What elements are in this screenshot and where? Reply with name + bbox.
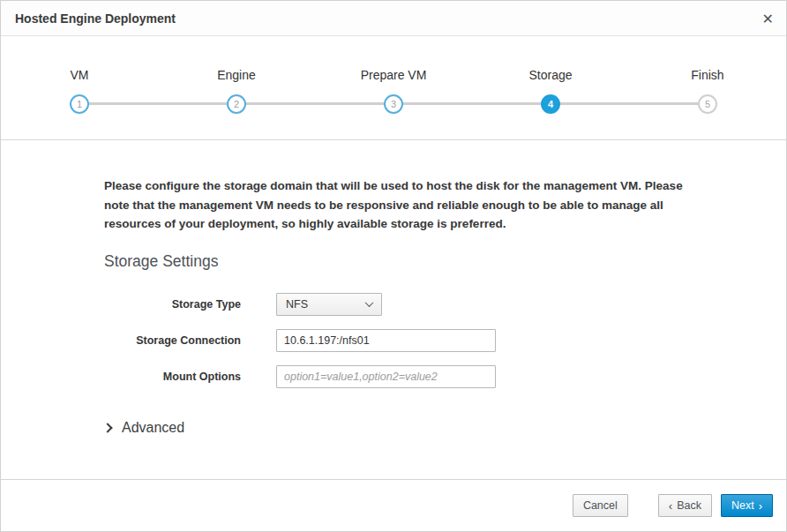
next-chevron-icon: › (759, 500, 762, 512)
storage-connection-label: Storage Connection (104, 334, 241, 347)
dialog-footer: Cancel ‹ Back Next › (1, 479, 786, 531)
step-number-badge: 1 (70, 94, 89, 114)
storage-description: Please configure the storage domain that… (104, 176, 701, 234)
wizard-steps-band: VM 1 Engine 2 Prepare VM 3 Storage 4 Fin… (1, 36, 786, 140)
wizard-step-prepare-vm[interactable]: Prepare VM 3 (315, 68, 472, 139)
hosted-engine-deployment-dialog: Hosted Engine Deployment ✕ VM 1 Engine 2… (0, 0, 787, 532)
mount-options-input[interactable] (276, 365, 496, 388)
step-label: Finish (629, 68, 786, 82)
dialog-header: Hosted Engine Deployment ✕ (1, 1, 786, 36)
next-button-label: Next (731, 499, 754, 512)
back-button[interactable]: ‹ Back (658, 494, 712, 517)
storage-type-selected-value: NFS (286, 298, 308, 311)
wizard-step-storage[interactable]: Storage 4 (472, 68, 629, 139)
wizard-steps: VM 1 Engine 2 Prepare VM 3 Storage 4 Fin… (1, 36, 786, 139)
chevron-right-icon (102, 423, 112, 432)
storage-connection-input[interactable] (276, 329, 496, 352)
step-label: Storage (472, 68, 629, 82)
storage-type-row: Storage Type NFS (104, 293, 786, 316)
storage-type-select[interactable]: NFS (276, 293, 382, 316)
advanced-label: Advanced (122, 420, 184, 436)
next-button[interactable]: Next › (721, 494, 773, 517)
step-label: VM (1, 68, 158, 82)
step-label: Engine (158, 68, 315, 82)
step-label: Prepare VM (315, 68, 472, 82)
mount-options-row: Mount Options (104, 365, 786, 388)
step-number-badge: 3 (384, 94, 403, 114)
cancel-button[interactable]: Cancel (573, 494, 628, 517)
storage-settings-form: Storage Type NFS Storage Connection Moun… (104, 293, 786, 388)
back-chevron-icon: ‹ (669, 500, 672, 512)
step-number-badge: 5 (698, 94, 717, 114)
storage-step-content: Please configure the storage domain that… (1, 176, 786, 436)
wizard-step-vm[interactable]: VM 1 (1, 68, 158, 139)
mount-options-label: Mount Options (104, 371, 241, 383)
step-number-badge: 4 (541, 94, 560, 114)
back-button-label: Back (677, 499, 701, 512)
wizard-step-finish[interactable]: Finish 5 (629, 68, 786, 139)
chevron-down-icon (365, 298, 374, 307)
storage-connection-row: Storage Connection (104, 329, 786, 352)
storage-type-label: Storage Type (104, 298, 241, 311)
wizard-step-engine[interactable]: Engine 2 (158, 68, 315, 139)
close-icon[interactable]: ✕ (762, 1, 774, 36)
advanced-expander[interactable]: Advanced (104, 420, 786, 436)
dialog-title: Hosted Engine Deployment (15, 11, 176, 26)
step-number-badge: 2 (227, 94, 246, 114)
cancel-button-label: Cancel (583, 499, 618, 512)
storage-settings-heading: Storage Settings (104, 252, 786, 271)
